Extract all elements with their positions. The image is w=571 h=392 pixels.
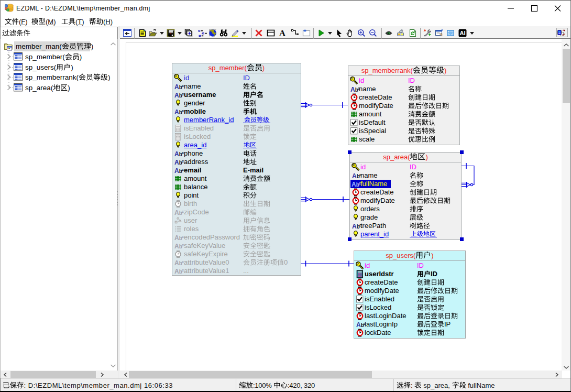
svg-text:A: A xyxy=(279,29,286,37)
svg-text:AI: AI xyxy=(460,30,466,36)
